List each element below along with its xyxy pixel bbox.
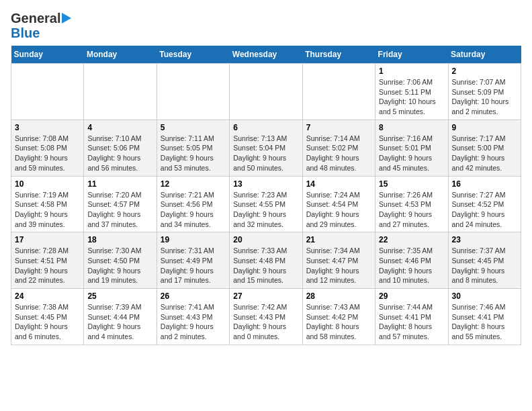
weekday-header-saturday: Saturday bbox=[448, 46, 521, 64]
calendar-cell: 6Sunrise: 7:13 AM Sunset: 5:04 PM Daylig… bbox=[230, 120, 302, 176]
calendar-cell: 20Sunrise: 7:33 AM Sunset: 4:48 PM Dayli… bbox=[230, 232, 302, 289]
day-info: Sunrise: 7:31 AM Sunset: 4:49 PM Dayligh… bbox=[161, 246, 226, 285]
day-info: Sunrise: 7:13 AM Sunset: 5:04 PM Dayligh… bbox=[233, 134, 298, 173]
calendar-cell: 30Sunrise: 7:46 AM Sunset: 4:41 PM Dayli… bbox=[448, 289, 521, 345]
day-number: 11 bbox=[87, 179, 152, 189]
day-number: 18 bbox=[87, 235, 152, 244]
day-number: 27 bbox=[233, 291, 298, 301]
weekday-header-friday: Friday bbox=[375, 46, 448, 64]
day-info: Sunrise: 7:21 AM Sunset: 4:56 PM Dayligh… bbox=[161, 190, 226, 230]
day-number: 17 bbox=[15, 235, 80, 244]
calendar-cell bbox=[11, 64, 84, 120]
calendar-cell: 3Sunrise: 7:08 AM Sunset: 5:08 PM Daylig… bbox=[11, 120, 84, 176]
calendar-cell: 23Sunrise: 7:37 AM Sunset: 4:45 PM Dayli… bbox=[448, 232, 521, 289]
day-info: Sunrise: 7:44 AM Sunset: 4:41 PM Dayligh… bbox=[379, 302, 444, 342]
day-number: 15 bbox=[379, 179, 444, 189]
logo-blue: Blue bbox=[11, 26, 40, 40]
day-number: 10 bbox=[15, 179, 80, 189]
calendar-cell: 15Sunrise: 7:26 AM Sunset: 4:53 PM Dayli… bbox=[375, 176, 448, 232]
day-number: 23 bbox=[452, 235, 517, 244]
day-number: 16 bbox=[452, 179, 517, 189]
day-number: 22 bbox=[379, 235, 444, 244]
day-number: 5 bbox=[161, 123, 226, 132]
day-info: Sunrise: 7:24 AM Sunset: 4:54 PM Dayligh… bbox=[306, 190, 371, 230]
calendar-cell: 11Sunrise: 7:20 AM Sunset: 4:57 PM Dayli… bbox=[84, 176, 157, 232]
day-number: 30 bbox=[452, 291, 517, 301]
day-info: Sunrise: 7:34 AM Sunset: 4:47 PM Dayligh… bbox=[306, 246, 371, 285]
calendar-table: SundayMondayTuesdayWednesdayThursdayFrid… bbox=[11, 46, 521, 345]
weekday-header-tuesday: Tuesday bbox=[157, 46, 229, 64]
day-info: Sunrise: 7:27 AM Sunset: 4:52 PM Dayligh… bbox=[452, 190, 517, 230]
day-info: Sunrise: 7:16 AM Sunset: 5:01 PM Dayligh… bbox=[379, 134, 444, 173]
calendar-week-4: 17Sunrise: 7:28 AM Sunset: 4:51 PM Dayli… bbox=[11, 232, 521, 289]
calendar-cell: 9Sunrise: 7:17 AM Sunset: 5:00 PM Daylig… bbox=[448, 120, 521, 176]
day-info: Sunrise: 7:06 AM Sunset: 5:11 PM Dayligh… bbox=[379, 77, 444, 117]
calendar-cell bbox=[302, 64, 375, 120]
weekday-header-thursday: Thursday bbox=[302, 46, 375, 64]
day-number: 29 bbox=[379, 291, 444, 301]
day-info: Sunrise: 7:20 AM Sunset: 4:57 PM Dayligh… bbox=[87, 190, 152, 230]
day-number: 20 bbox=[233, 235, 298, 244]
calendar-week-5: 24Sunrise: 7:38 AM Sunset: 4:45 PM Dayli… bbox=[11, 289, 521, 345]
day-number: 13 bbox=[233, 179, 298, 189]
day-info: Sunrise: 7:10 AM Sunset: 5:06 PM Dayligh… bbox=[87, 134, 152, 173]
day-number: 8 bbox=[379, 123, 444, 132]
logo: General Blue bbox=[11, 11, 71, 40]
day-info: Sunrise: 7:17 AM Sunset: 5:00 PM Dayligh… bbox=[452, 134, 517, 173]
day-number: 7 bbox=[306, 123, 371, 132]
day-info: Sunrise: 7:39 AM Sunset: 4:44 PM Dayligh… bbox=[87, 302, 152, 342]
day-number: 3 bbox=[15, 123, 80, 132]
calendar-cell: 10Sunrise: 7:19 AM Sunset: 4:58 PM Dayli… bbox=[11, 176, 84, 232]
calendar-cell bbox=[84, 64, 157, 120]
day-info: Sunrise: 7:19 AM Sunset: 4:58 PM Dayligh… bbox=[15, 190, 80, 230]
calendar-cell: 8Sunrise: 7:16 AM Sunset: 5:01 PM Daylig… bbox=[375, 120, 448, 176]
calendar-week-2: 3Sunrise: 7:08 AM Sunset: 5:08 PM Daylig… bbox=[11, 120, 521, 176]
day-info: Sunrise: 7:28 AM Sunset: 4:51 PM Dayligh… bbox=[15, 246, 80, 285]
calendar-cell: 2Sunrise: 7:07 AM Sunset: 5:09 PM Daylig… bbox=[448, 64, 521, 120]
day-info: Sunrise: 7:33 AM Sunset: 4:48 PM Dayligh… bbox=[233, 246, 298, 285]
day-number: 26 bbox=[161, 291, 226, 301]
day-info: Sunrise: 7:08 AM Sunset: 5:08 PM Dayligh… bbox=[15, 134, 80, 173]
day-number: 12 bbox=[161, 179, 226, 189]
logo-text: General bbox=[11, 11, 60, 26]
calendar-cell: 18Sunrise: 7:30 AM Sunset: 4:50 PM Dayli… bbox=[84, 232, 157, 289]
day-info: Sunrise: 7:35 AM Sunset: 4:46 PM Dayligh… bbox=[379, 246, 444, 285]
day-number: 28 bbox=[306, 291, 371, 301]
day-info: Sunrise: 7:41 AM Sunset: 4:43 PM Dayligh… bbox=[161, 302, 226, 342]
day-info: Sunrise: 7:14 AM Sunset: 5:02 PM Dayligh… bbox=[306, 134, 371, 173]
day-info: Sunrise: 7:37 AM Sunset: 4:45 PM Dayligh… bbox=[452, 246, 517, 285]
weekday-header-row: SundayMondayTuesdayWednesdayThursdayFrid… bbox=[11, 46, 521, 64]
day-info: Sunrise: 7:23 AM Sunset: 4:55 PM Dayligh… bbox=[233, 190, 298, 230]
calendar-cell: 4Sunrise: 7:10 AM Sunset: 5:06 PM Daylig… bbox=[84, 120, 157, 176]
calendar-cell: 28Sunrise: 7:43 AM Sunset: 4:42 PM Dayli… bbox=[302, 289, 375, 345]
day-number: 1 bbox=[379, 66, 444, 76]
page-header: General Blue bbox=[11, 11, 521, 40]
calendar-week-1: 1Sunrise: 7:06 AM Sunset: 5:11 PM Daylig… bbox=[11, 64, 521, 120]
day-info: Sunrise: 7:30 AM Sunset: 4:50 PM Dayligh… bbox=[87, 246, 152, 285]
day-info: Sunrise: 7:42 AM Sunset: 4:43 PM Dayligh… bbox=[233, 302, 298, 342]
day-number: 2 bbox=[452, 66, 517, 76]
calendar-cell: 17Sunrise: 7:28 AM Sunset: 4:51 PM Dayli… bbox=[11, 232, 84, 289]
calendar-cell: 12Sunrise: 7:21 AM Sunset: 4:56 PM Dayli… bbox=[157, 176, 229, 232]
calendar-cell: 21Sunrise: 7:34 AM Sunset: 4:47 PM Dayli… bbox=[302, 232, 375, 289]
logo-arrow-icon bbox=[62, 13, 71, 24]
day-number: 4 bbox=[87, 123, 152, 132]
calendar-cell: 24Sunrise: 7:38 AM Sunset: 4:45 PM Dayli… bbox=[11, 289, 84, 345]
calendar-cell: 29Sunrise: 7:44 AM Sunset: 4:41 PM Dayli… bbox=[375, 289, 448, 345]
weekday-header-sunday: Sunday bbox=[11, 46, 84, 64]
calendar-cell: 13Sunrise: 7:23 AM Sunset: 4:55 PM Dayli… bbox=[230, 176, 302, 232]
calendar-cell: 1Sunrise: 7:06 AM Sunset: 5:11 PM Daylig… bbox=[375, 64, 448, 120]
calendar-cell: 26Sunrise: 7:41 AM Sunset: 4:43 PM Dayli… bbox=[157, 289, 229, 345]
calendar-cell: 19Sunrise: 7:31 AM Sunset: 4:49 PM Dayli… bbox=[157, 232, 229, 289]
calendar-cell: 16Sunrise: 7:27 AM Sunset: 4:52 PM Dayli… bbox=[448, 176, 521, 232]
calendar-cell: 25Sunrise: 7:39 AM Sunset: 4:44 PM Dayli… bbox=[84, 289, 157, 345]
day-number: 19 bbox=[161, 235, 226, 244]
day-info: Sunrise: 7:26 AM Sunset: 4:53 PM Dayligh… bbox=[379, 190, 444, 230]
day-info: Sunrise: 7:46 AM Sunset: 4:41 PM Dayligh… bbox=[452, 302, 517, 342]
weekday-header-wednesday: Wednesday bbox=[230, 46, 302, 64]
day-number: 9 bbox=[452, 123, 517, 132]
calendar-cell: 14Sunrise: 7:24 AM Sunset: 4:54 PM Dayli… bbox=[302, 176, 375, 232]
day-number: 21 bbox=[306, 235, 371, 244]
day-info: Sunrise: 7:43 AM Sunset: 4:42 PM Dayligh… bbox=[306, 302, 371, 342]
calendar-cell bbox=[230, 64, 302, 120]
